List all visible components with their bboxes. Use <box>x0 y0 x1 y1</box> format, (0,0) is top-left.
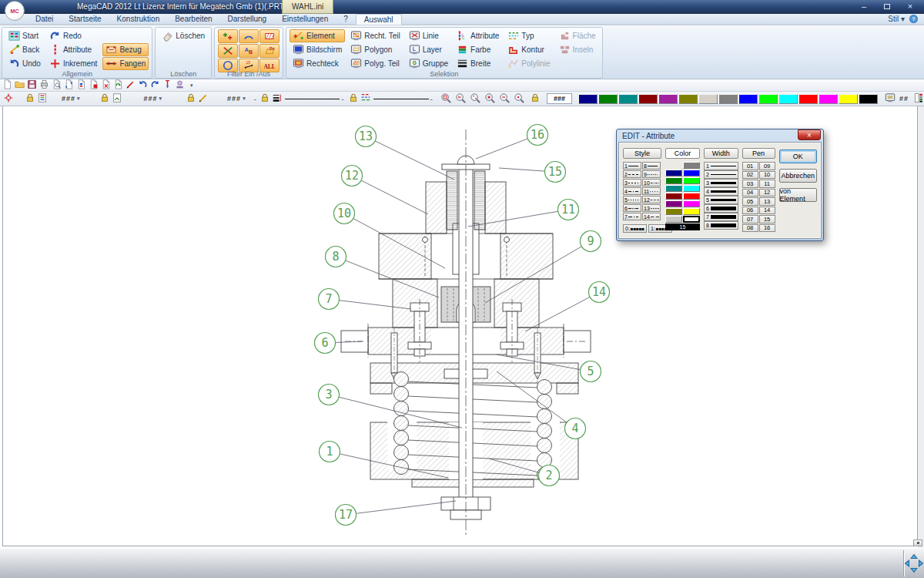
quickbar-more-button[interactable]: ▾ <box>190 82 193 89</box>
style-button-14[interactable]: 14 <box>642 213 661 220</box>
palette-swatch[interactable] <box>598 94 618 104</box>
toolbar-zoom-all-button[interactable] <box>440 92 452 106</box>
pen-button-14[interactable]: 14 <box>759 207 775 215</box>
line-style-preview[interactable] <box>373 99 428 99</box>
color-swatch[interactable] <box>683 177 700 184</box>
palette-swatch[interactable] <box>698 94 718 104</box>
callout-12[interactable]: 12 <box>342 166 429 215</box>
pen-button-06[interactable]: 06 <box>742 207 758 215</box>
dialog-button-von-element[interactable]: von Element <box>779 188 817 202</box>
palette-swatch[interactable] <box>778 94 798 104</box>
ribbon-button-element[interactable]: Element <box>290 29 345 42</box>
menu-item-darstellung[interactable]: Darstellung <box>220 14 275 25</box>
menu-item-einstellungen[interactable]: Einstellungen <box>274 14 336 25</box>
filter-button-filter-hatch[interactable] <box>259 29 280 43</box>
pen-button-08[interactable]: 08 <box>742 224 758 233</box>
style-group-button-0[interactable]: 0:■■■■■ <box>623 224 647 233</box>
toolbar-lock-button[interactable] <box>530 92 541 105</box>
color-swatch[interactable] <box>683 185 700 192</box>
ribbon-button-polygteil[interactable]: Polyg. Teil <box>347 57 403 70</box>
ribbon-button-polygon[interactable]: Polygon <box>347 43 403 56</box>
style-button-11[interactable]: 11 <box>642 187 661 195</box>
color-swatch-black-15[interactable]: 15 <box>665 223 700 230</box>
megacad-logo-icon[interactable]: MC <box>5 1 25 21</box>
toolbar-lock-button[interactable] <box>25 92 35 105</box>
filter-button-filter-plus[interactable] <box>218 29 238 43</box>
width-button-1[interactable]: 1 <box>704 162 738 170</box>
color-swatch[interactable] <box>665 185 682 192</box>
style-button-6[interactable]: 6 <box>623 204 641 212</box>
minimize-button[interactable]: – <box>853 1 875 12</box>
ribbon-button-layer[interactable]: LLayer <box>406 43 451 56</box>
menu-item-konstruktion[interactable]: Konstruktion <box>109 14 168 25</box>
pen-button-03[interactable]: 03 <box>742 180 758 188</box>
scroll-corner-button[interactable] <box>913 539 922 546</box>
toolbar-screen-small-button[interactable] <box>885 92 896 105</box>
dialog-tab-pen[interactable]: Pen <box>742 148 775 159</box>
palette-swatch[interactable] <box>658 94 678 104</box>
dialog-tab-style[interactable]: Style <box>623 148 661 159</box>
pen-button-13[interactable]: 13 <box>759 197 775 206</box>
pen-button-04[interactable]: 04 <box>742 189 758 197</box>
pen-button-16[interactable]: 16 <box>759 224 775 233</box>
filter-button-filter-arc[interactable] <box>239 29 259 43</box>
quickbar-button-print[interactable] <box>39 79 49 91</box>
pan-arrows-icon[interactable] <box>904 553 924 573</box>
ribbon-button-bezug[interactable]: Bezug <box>102 43 149 56</box>
color-swatch[interactable] <box>683 200 700 207</box>
pen-button-07[interactable]: 07 <box>742 215 758 223</box>
filter-button-filter-letters[interactable]: AB <box>239 44 259 58</box>
menu-item-auswahl[interactable]: Auswahl <box>356 14 402 25</box>
pen-button-15[interactable]: 15 <box>759 215 775 223</box>
dialog-tab-color[interactable]: Color <box>665 148 700 159</box>
toolbar-zoom-out-button[interactable] <box>499 92 511 106</box>
palette-swatch[interactable] <box>578 94 598 104</box>
help-icon[interactable]: ? <box>909 15 918 23</box>
filter-button-filter-cross[interactable] <box>218 44 238 58</box>
quickbar-button-print-preview[interactable] <box>52 79 62 91</box>
ribbon-button-inkrement[interactable]: Inkrement <box>46 57 100 70</box>
callout-17[interactable]: 17 <box>336 501 457 526</box>
color-swatch[interactable] <box>683 193 700 200</box>
color-swatch[interactable] <box>665 200 682 207</box>
width-button-7[interactable]: 7 <box>704 213 738 221</box>
color-swatch[interactable] <box>665 177 682 184</box>
ini-file-tab[interactable]: WAHL.ini <box>282 0 333 14</box>
pen-button-01[interactable]: 01 <box>742 162 758 170</box>
ribbon-button-rechtteil[interactable]: Recht. Teil <box>347 29 403 42</box>
toolbar-zoom-in-button[interactable] <box>484 92 496 106</box>
style-button-9[interactable]: 9 <box>642 170 661 178</box>
color-swatch[interactable] <box>683 208 700 215</box>
menu-item-bearbeiten[interactable]: Bearbeiten <box>167 14 219 25</box>
pen-button-09[interactable]: 09 <box>759 162 775 170</box>
style-button-12[interactable]: 12 <box>642 196 661 203</box>
zoom-value-field[interactable]: ### <box>547 93 572 104</box>
color-swatch[interactable] <box>683 162 700 169</box>
pen-button-05[interactable]: 05 <box>742 197 758 206</box>
toolbar-linewidth-button[interactable] <box>272 92 283 105</box>
ribbon-button-rechteck[interactable]: Rechteck <box>290 57 345 70</box>
palette-swatch[interactable] <box>819 94 838 104</box>
style-button-3[interactable]: 3 <box>623 179 641 187</box>
toolbar-lock-button[interactable] <box>348 92 359 105</box>
style-button-5[interactable]: 5 <box>623 196 641 203</box>
dialog-button-ok[interactable]: OK <box>779 150 817 163</box>
ribbon-button-attribute[interactable]: LGAttribute <box>454 29 502 42</box>
color-swatch[interactable] <box>665 216 682 223</box>
quickbar-button-stamp[interactable] <box>175 79 185 91</box>
style-button-1[interactable]: 1 <box>623 162 641 170</box>
ribbon-button-typ[interactable]: Typ <box>504 29 553 42</box>
style-button-7[interactable]: 7 <box>623 213 641 220</box>
color-swatch[interactable] <box>665 208 682 215</box>
palette-swatch[interactable] <box>798 94 818 104</box>
palette-swatch[interactable] <box>738 94 758 104</box>
ribbon-button-start[interactable]: Start <box>5 29 44 42</box>
toolbar-value-field[interactable]: ###▾ <box>227 95 246 102</box>
toolbar-zoom-prev-button[interactable] <box>455 92 467 106</box>
ribbon-button-linie[interactable]: Linie <box>406 29 451 42</box>
menu-item-datei[interactable]: Datei <box>28 14 61 25</box>
menu-item-startseite[interactable]: Startseite <box>61 14 109 25</box>
quickbar-button-doc-convert[interactable] <box>76 79 86 91</box>
quickbar-button-pin[interactable] <box>162 79 172 91</box>
style-button-2[interactable]: 2 <box>623 170 641 178</box>
